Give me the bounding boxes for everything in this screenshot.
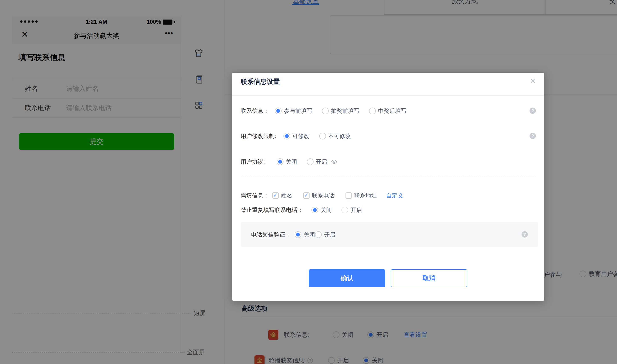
- modal-row-modify-limit: 用户修改限制: 可修改 不可修改 ?: [241, 131, 536, 141]
- help-icon[interactable]: ?: [521, 231, 528, 237]
- radio-dot: [295, 231, 301, 238]
- checkbox-address[interactable]: 联系地址: [345, 192, 377, 199]
- modal-title: 联系信息设置: [241, 77, 280, 86]
- radio-label: 不可修改: [328, 132, 351, 140]
- contact-settings-modal: 联系信息设置 ✕ 联系信息： 参与前填写 抽奖前填写 中奖后填写 ?: [232, 73, 544, 301]
- radio-modifiable[interactable]: 可修改: [284, 132, 310, 140]
- radio-after-win[interactable]: 中奖后填写: [369, 107, 407, 115]
- dashed-divider: [241, 176, 536, 176]
- sms-verify-row: 电话短信验证： 关闭 开启: [251, 222, 335, 247]
- radio-not-modifiable[interactable]: 不可修改: [319, 132, 351, 140]
- radio-before-draw[interactable]: 抽奖前填写: [322, 107, 359, 115]
- screen: 1:21 AM 100% ✕ 参与活动赢大奖 ••• 填写联系信息 姓名 请输入…: [0, 0, 617, 364]
- checkbox-name[interactable]: 姓名: [272, 192, 292, 199]
- sms-verify-box: 电话短信验证： 关闭 开启 ?: [241, 222, 538, 247]
- cancel-button[interactable]: 取消: [391, 269, 467, 287]
- radio-label: 参与前填写: [284, 107, 312, 115]
- modal-close-icon[interactable]: ✕: [530, 77, 536, 84]
- radio-dot: [275, 107, 282, 114]
- radio-duplicate-on[interactable]: 开启: [342, 206, 362, 214]
- radio-label: 中奖后填写: [378, 107, 407, 115]
- help-icon[interactable]: ?: [530, 107, 536, 114]
- checkbox-box: [303, 192, 310, 199]
- radio-label: 关闭: [304, 231, 315, 238]
- checkbox-box: [272, 192, 279, 199]
- row-label: 用户协议:: [241, 158, 265, 166]
- radio-dot: [319, 133, 326, 140]
- radio-label: 抽奖前填写: [331, 107, 359, 115]
- radio-agreement-on[interactable]: 开启: [307, 158, 327, 166]
- radio-dot: [307, 158, 314, 165]
- radio-dot: [311, 207, 318, 213]
- radio-before-join[interactable]: 参与前填写: [275, 107, 312, 115]
- row-label: 需填信息：: [241, 192, 269, 199]
- radio-dot: [342, 207, 348, 213]
- modal-row-no-duplicate-phone: 禁止重复填写联系电话： 关闭 开启: [241, 205, 536, 215]
- radio-label: 开启: [316, 158, 327, 166]
- radio-dot: [369, 107, 376, 114]
- radio-dot: [277, 158, 284, 165]
- eye-icon[interactable]: [330, 159, 338, 165]
- radio-agreement-off[interactable]: 关闭: [277, 158, 297, 166]
- radio-label: 开启: [324, 231, 335, 238]
- radio-label: 开启: [351, 206, 362, 214]
- modal-row-required-fields: 需填信息： 姓名 联系电话 联系地址 自定义: [241, 191, 536, 200]
- checkbox-phone[interactable]: 联系电话: [303, 192, 335, 199]
- customize-link[interactable]: 自定义: [386, 192, 403, 199]
- checkbox-box: [345, 192, 352, 199]
- row-label: 禁止重复填写联系电话：: [241, 206, 303, 214]
- radio-duplicate-off[interactable]: 关闭: [311, 206, 332, 214]
- confirm-button[interactable]: 确认: [309, 269, 385, 287]
- row-label: 用户修改限制:: [241, 132, 276, 140]
- modal-row-contact-timing: 联系信息： 参与前填写 抽奖前填写 中奖后填写 ?: [241, 106, 536, 116]
- modal-row-user-agreement: 用户协议: 关闭 开启: [241, 157, 536, 166]
- help-icon[interactable]: ?: [530, 133, 536, 139]
- checkbox-label: 联系地址: [354, 192, 377, 199]
- row-label: 电话短信验证：: [251, 231, 291, 238]
- checkbox-label: 姓名: [281, 192, 292, 199]
- radio-dot: [284, 133, 290, 140]
- radio-sms-off[interactable]: 关闭: [295, 231, 315, 238]
- modal-header-divider: [232, 95, 544, 96]
- radio-label: 关闭: [286, 158, 297, 166]
- radio-sms-on[interactable]: 开启: [315, 231, 335, 238]
- checkbox-label: 联系电话: [312, 192, 335, 199]
- radio-dot: [322, 107, 329, 114]
- row-label: 联系信息：: [241, 107, 269, 115]
- radio-dot: [315, 231, 322, 238]
- radio-label: 关闭: [320, 206, 332, 214]
- radio-label: 可修改: [292, 132, 310, 140]
